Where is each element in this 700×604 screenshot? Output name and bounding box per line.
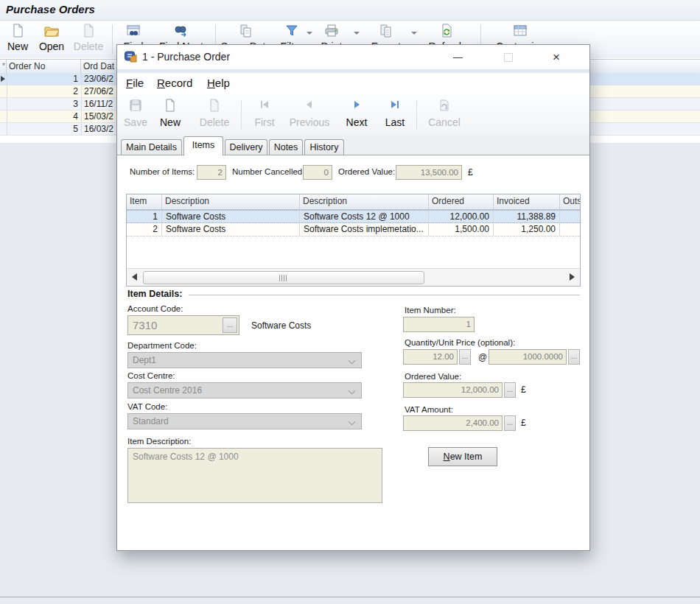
- previous-button: Previous: [284, 97, 335, 133]
- scrollbar-thumb[interactable]: [143, 271, 424, 284]
- toolbar-separator: [241, 100, 242, 130]
- minimize-button[interactable]: [441, 45, 474, 69]
- item-number-field: 1: [403, 317, 475, 332]
- delete-page-icon: [71, 24, 106, 38]
- menu-file[interactable]: File: [126, 77, 144, 89]
- account-code-lookup-button[interactable]: [223, 317, 237, 333]
- new-page-icon: [155, 99, 185, 113]
- column-header-invoiced[interactable]: Invoiced: [494, 194, 560, 209]
- new-button[interactable]: New: [3, 23, 32, 57]
- currency-symbol: £: [521, 418, 526, 428]
- item-number-label: Item Number:: [405, 306, 456, 315]
- ordered-value-calculator-button[interactable]: [504, 382, 516, 398]
- tab-items[interactable]: Items: [183, 136, 223, 155]
- items-grid-row[interactable]: 2 Software Costs Software Costs implemet…: [127, 223, 580, 236]
- app-icon: [125, 51, 137, 63]
- next-record-icon: [340, 99, 374, 113]
- chevron-down-icon: [349, 357, 356, 365]
- unit-price-field[interactable]: 1000.0000: [489, 349, 567, 365]
- tab-notes[interactable]: Notes: [269, 139, 303, 155]
- minimize-icon: [453, 57, 463, 58]
- purchase-orders-titlebar: Purchase Orders: [0, 0, 700, 21]
- account-code-description: Software Costs: [251, 320, 311, 331]
- cancel-icon: [425, 99, 463, 113]
- close-icon: ×: [540, 50, 573, 65]
- dropdown-caret-icon[interactable]: [307, 32, 312, 38]
- scroll-left-arrow-icon[interactable]: [132, 273, 137, 281]
- column-header-item[interactable]: Item: [127, 194, 162, 209]
- vat-code-label: VAT Code:: [127, 402, 167, 411]
- column-header-description2[interactable]: Description: [300, 194, 429, 209]
- new-button[interactable]: New: [155, 97, 185, 133]
- save-icon: [120, 99, 151, 113]
- ordered-value-label: Ordered Value:: [338, 167, 395, 176]
- page-title: Purchase Orders: [6, 3, 95, 15]
- row-selector-cell: [0, 98, 7, 110]
- customise-grid-icon: [492, 24, 548, 38]
- open-button[interactable]: Open: [35, 23, 68, 57]
- vat-amount-calculator-button[interactable]: [504, 415, 516, 431]
- row-selector-cell: [0, 73, 7, 85]
- filter-icon: [277, 24, 307, 38]
- quantity-calculator-button[interactable]: [459, 349, 471, 365]
- cost-centre-combo[interactable]: Cost Centre 2016: [127, 382, 362, 398]
- item-details-heading: Item Details:: [127, 289, 182, 299]
- unit-price-calculator-button[interactable]: [568, 349, 580, 365]
- next-button[interactable]: Next: [340, 97, 374, 133]
- open-folder-icon: [35, 24, 68, 38]
- column-header-outstanding[interactable]: Outstanding: [560, 194, 580, 209]
- last-record-icon: [379, 99, 410, 113]
- quantity-unit-price-label: Quantity/Unit Price (optional):: [405, 338, 515, 347]
- dialog-titlebar[interactable]: 1 - Purchase Order ×: [117, 45, 589, 69]
- scroll-right-arrow-icon[interactable]: [570, 273, 575, 281]
- quantity-field[interactable]: 12.00: [403, 349, 458, 365]
- new-page-icon: [3, 24, 32, 38]
- item-description-label: Item Description:: [127, 437, 191, 446]
- number-of-items-field: 2: [197, 165, 226, 180]
- menu-help[interactable]: Help: [207, 77, 230, 89]
- dialog-title: 1 - Purchase Order: [142, 51, 230, 63]
- close-button[interactable]: ×: [540, 45, 573, 69]
- department-code-label: Department Code:: [127, 341, 197, 350]
- tab-delivery[interactable]: Delivery: [225, 139, 267, 155]
- order-no-column-header[interactable]: Order No: [7, 60, 81, 74]
- tab-main-details[interactable]: Main Details: [121, 139, 182, 155]
- chevron-down-icon: [349, 387, 356, 395]
- items-grid-row[interactable]: 1 Software Costs Software Costs 12 @ 100…: [127, 210, 580, 223]
- last-button[interactable]: Last: [379, 97, 410, 133]
- row-selector-cell: [0, 123, 7, 135]
- department-code-combo[interactable]: Dept1: [127, 352, 362, 368]
- column-header-ordered[interactable]: Ordered: [429, 194, 494, 209]
- row-selector-cell: [0, 110, 7, 122]
- toolbar-separator: [112, 24, 113, 54]
- number-of-items-label: Number of Items:: [130, 167, 195, 176]
- save-button: Save: [120, 97, 151, 133]
- column-header-description[interactable]: Description: [162, 194, 300, 209]
- tab-history[interactable]: History: [304, 139, 344, 155]
- new-item-button[interactable]: New Item: [428, 447, 497, 466]
- item-description-textarea[interactable]: Software Costs 12 @ 1000: [127, 448, 382, 503]
- vat-amount-label: VAT Amount:: [405, 405, 453, 414]
- ordered-value-detail-label: Ordered Value:: [405, 372, 461, 381]
- menu-record[interactable]: Record: [157, 77, 192, 89]
- print-icon: [312, 24, 351, 38]
- account-code-field[interactable]: 7310: [127, 315, 239, 335]
- vat-code-combo[interactable]: Standard: [127, 413, 362, 429]
- first-record-icon: [248, 99, 281, 113]
- cost-centre-label: Cost Centre:: [127, 371, 175, 380]
- dialog-toolbar: Save New Delete First: [117, 94, 589, 136]
- number-cancelled-field: 0: [303, 165, 332, 180]
- items-grid: Item Description Description Ordered Inv…: [126, 194, 581, 287]
- vat-amount-field: 2,400.00: [403, 415, 503, 431]
- dropdown-caret-icon[interactable]: [411, 32, 417, 38]
- previous-record-icon: [284, 99, 335, 113]
- dropdown-caret-icon[interactable]: [354, 32, 360, 38]
- delete-button: Delete: [71, 23, 106, 57]
- tab-strip: Main Details Items Delivery Notes Histor…: [117, 135, 589, 155]
- at-sign: @: [478, 352, 487, 362]
- dialog-menubar: File Record Help: [117, 73, 589, 95]
- ordered-value-field: 13,500.00: [396, 165, 462, 180]
- account-code-label: Account Code:: [127, 304, 183, 313]
- horizontal-scrollbar[interactable]: [127, 268, 580, 286]
- chevron-down-icon: [349, 418, 356, 426]
